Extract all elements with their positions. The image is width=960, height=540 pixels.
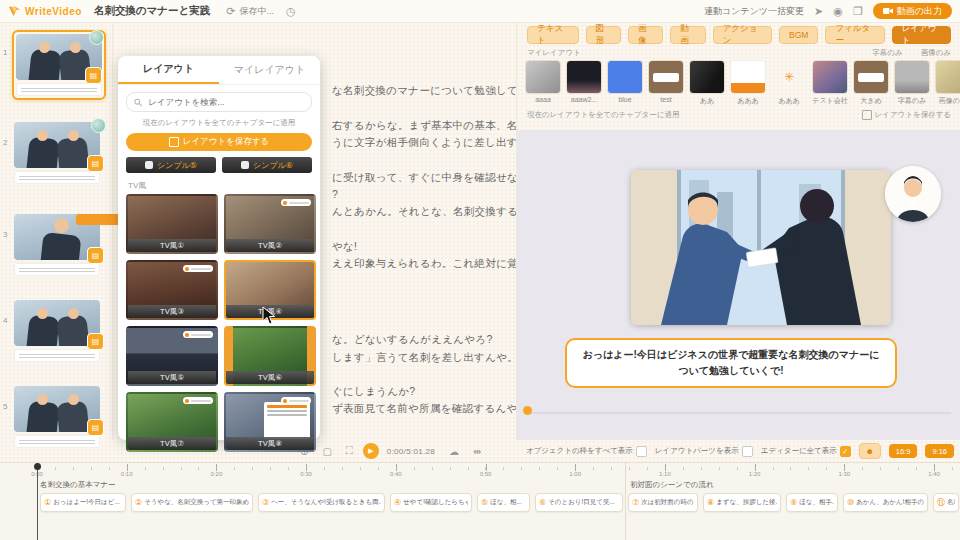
chapter-layout-button[interactable]: ▤ [87,333,104,350]
my-layout-item[interactable]: ああ [689,60,725,106]
save-layout-link[interactable]: レイアウトを保存する [862,110,951,120]
globe-icon[interactable] [91,118,106,133]
display-toggle[interactable]: レイアウトパーツを表示 [655,446,753,457]
globe-icon[interactable] [89,30,104,45]
asset-tab-フィルター[interactable]: フィルター [825,26,884,44]
my-layout-thumbnail[interactable] [607,60,643,94]
my-layout-item[interactable]: test [648,60,684,106]
asset-tab-画像[interactable]: 画像 [628,26,663,44]
timeline[interactable]: 0:000:100:200:300:400:501:001:101:201:30… [0,462,960,540]
chapter-card[interactable]: ▤ [12,30,106,100]
tv-layout-tile[interactable]: TV風① [126,194,218,254]
my-layout-item[interactable]: ✳あああ [771,60,807,106]
asset-tab-アクション[interactable]: アクション [713,26,772,44]
face-icon-button[interactable]: ☻ [859,443,881,459]
tv-layout-tile[interactable]: TV風② [224,194,316,254]
asset-tab-図形[interactable]: 図形 [586,26,621,44]
preview-eye-icon[interactable]: ◉ [833,6,843,17]
chapter-layout-button[interactable]: ▤ [87,155,104,172]
cloud-icon[interactable]: ☁ [449,446,459,457]
asset-tab-レイアウト[interactable]: レイアウト [892,26,951,44]
tab-layout[interactable]: レイアウト [118,56,219,84]
bulk-change-label[interactable]: 連動コンテンツ一括変更 [704,5,804,18]
my-layout-item[interactable]: 画像のみ [935,60,960,106]
subtitle-clip[interactable]: ⑦次は初対面の時の... [628,493,698,512]
my-layout-thumbnail[interactable] [853,60,889,94]
asset-tab-BGM[interactable]: BGM [779,26,818,44]
my-layout-item[interactable]: あああ [730,60,766,106]
subtitle-clip[interactable]: ⑪名刺... [933,493,959,512]
tv-layout-tile[interactable]: TV風⑤ [126,326,218,386]
chapter-item[interactable]: 2▤ [12,120,106,186]
subtitle-clip[interactable]: ⑤ほな、相... [477,493,530,512]
history-icon[interactable]: ◷ [286,6,296,17]
chapter-card[interactable]: ▤ [12,120,106,186]
my-layout-thumbnail[interactable] [894,60,930,94]
play-button[interactable]: ▶ [363,443,379,459]
chapter-layout-button[interactable]: ▤ [87,419,104,436]
checkbox[interactable] [636,446,647,457]
checkbox[interactable] [742,446,753,457]
display-toggle[interactable]: エディターに全て表示✓ [761,446,851,457]
tv-layout-tile[interactable]: TV風⑦ [126,392,218,452]
pan-tool-icon[interactable]: ⇹ [473,446,481,457]
tv-layout-tile[interactable]: TV風⑥ [224,326,316,386]
timeline-ruler[interactable]: 0:000:100:200:300:400:501:001:101:201:30… [0,463,960,473]
fullscreen-icon[interactable]: ⛶ [346,445,353,457]
chapter-item[interactable]: 1▤ [12,30,106,100]
apply-all-link[interactable]: 現在のレイアウトを全てのチャプターに適用 [527,110,679,120]
my-layout-thumbnail[interactable] [730,60,766,94]
frame-icon[interactable]: ▢ [322,446,331,457]
subtitle-clip[interactable]: ③へー、そうなんや!受け取るときも両... [258,493,385,512]
subtitle-clip[interactable]: ⑧まずな、挨拶した後... [703,493,781,512]
my-layout-item[interactable]: aaaa [525,60,561,106]
my-layout-thumbnail[interactable] [689,60,725,94]
app-logo[interactable]: WriteVideo [8,5,82,18]
preview-progress-handle[interactable] [523,406,532,415]
preview-frame[interactable] [631,170,891,325]
my-layout-item[interactable]: aaaw2... [566,60,602,106]
simple-layout-item[interactable]: シンプル⑥ [222,157,312,173]
my-layout-thumbnail[interactable] [648,60,684,94]
subtitle-clip[interactable]: ⑩あかん、あかん!相手の名... [843,493,928,512]
tv-layout-tile[interactable]: TV風④ [224,260,316,320]
subtitle-clip[interactable]: ⑨ほな、相手... [786,493,838,512]
subtitle-box[interactable]: おっはよー!今日はビジネスの世界で超重要な名刺交換のマナーについて勉強していくで… [565,338,897,388]
popup-save-layout-button[interactable]: レイアウトを保存する [126,133,312,151]
layout-search-input[interactable] [146,96,304,108]
my-layout-item[interactable]: 字幕のみ [894,60,930,106]
playhead[interactable] [37,463,38,540]
popup-apply-all-link[interactable]: 現在のレイアウトを全てのチャプターに適用 [118,118,320,128]
my-layout-thumbnail[interactable] [935,60,960,94]
window-icon[interactable]: ❐ [853,6,863,17]
chapter-layout-button[interactable]: ▤ [85,67,102,84]
my-layout-item[interactable]: テスト会社 [812,60,848,106]
chapter-card[interactable]: ▤ [12,298,106,364]
subtitle-clip[interactable]: ④せやで!確認したらちゃ... [390,493,472,512]
asset-tab-テキスト[interactable]: テキスト [527,26,579,44]
pointer-icon[interactable]: ➤ [814,6,823,17]
aspect-ratio-button[interactable]: 9:16 [925,444,954,458]
layout-search[interactable] [126,92,312,112]
export-video-button[interactable]: 動画の出力 [873,3,952,19]
tv-layout-tile[interactable]: TV風③ [126,260,218,320]
my-layout-item[interactable]: blue [607,60,643,106]
preview-progress-track[interactable] [527,412,951,414]
checkbox[interactable]: ✓ [840,446,851,457]
refresh-icon[interactable]: ⟳ [226,6,235,17]
subtitle-clip[interactable]: ⑥そのとおり!目見て笑... [535,493,623,512]
my-layout-thumbnail[interactable] [566,60,602,94]
script-text-area[interactable]: な名刺交換のマナーについて勉強していく右するからな。まず基本中の基本、名刺はうに… [328,22,518,440]
simple-layout-item[interactable]: シンプル⑤ [126,157,216,173]
presenter-avatar[interactable] [885,166,941,222]
chapter-layout-button[interactable]: ▤ [87,247,104,264]
document-title[interactable]: 名刺交換のマナーと実践 [94,4,210,18]
subtitle-clip[interactable]: ②そうやな、名刺交換って第一印象め... [131,493,253,512]
chapter-item[interactable]: 4▤ [12,298,106,364]
my-layout-thumbnail[interactable] [812,60,848,94]
display-toggle[interactable]: オブジェクトの枠をすべて表示 [526,446,647,457]
tab-my-layout[interactable]: マイレイアウト [219,56,320,84]
my-layout-item[interactable]: 大きめ [853,60,889,106]
aspect-ratio-button[interactable]: 16:9 [889,444,918,458]
asset-tab-動画[interactable]: 動画 [670,26,705,44]
